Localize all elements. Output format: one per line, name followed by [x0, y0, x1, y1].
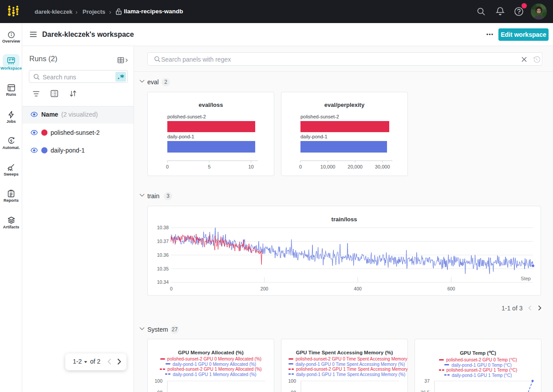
svg-text:10: 10 [248, 164, 253, 169]
svg-text:daily-pond-1: daily-pond-1 [167, 134, 194, 139]
svg-text:0: 0 [166, 164, 169, 169]
svg-text:400: 400 [354, 286, 362, 291]
svg-text:10.35: 10.35 [157, 266, 169, 271]
svg-text:30,000: 30,000 [375, 164, 390, 169]
svg-text:daily-pond-1: daily-pond-1 [300, 134, 328, 139]
svg-text:0: 0 [299, 164, 302, 169]
svg-text:polished-sunset-2: polished-sunset-2 [167, 114, 206, 119]
svg-text:10.38: 10.38 [157, 225, 169, 230]
svg-text:100: 100 [288, 378, 296, 384]
svg-text:10,000: 10,000 [320, 164, 336, 169]
svg-text:200: 200 [261, 286, 269, 291]
svg-text:0: 0 [170, 286, 173, 291]
svg-text:100: 100 [154, 378, 162, 384]
svg-text:Step: Step [521, 276, 531, 281]
svg-text:5: 5 [208, 164, 210, 169]
svg-text:98: 98 [157, 390, 162, 392]
svg-text:10.37: 10.37 [157, 239, 169, 244]
svg-text:37: 37 [424, 378, 430, 384]
svg-text:20,000: 20,000 [348, 164, 363, 169]
svg-text:10.36: 10.36 [157, 252, 169, 258]
svg-text:36.5: 36.5 [421, 390, 430, 392]
svg-text:polished-sunset-2: polished-sunset-2 [300, 114, 339, 119]
svg-text:10.34: 10.34 [157, 279, 169, 285]
svg-text:98: 98 [291, 390, 296, 392]
svg-text:600: 600 [447, 286, 455, 291]
